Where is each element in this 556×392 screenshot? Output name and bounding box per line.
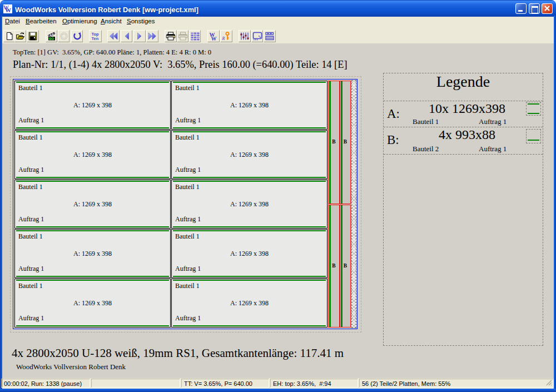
svg-text:Ten: Ten <box>91 36 98 41</box>
svg-text:R: R <box>222 36 225 41</box>
svg-text:GO: GO <box>49 37 54 41</box>
svg-text:W: W <box>5 7 11 13</box>
svg-text:W: W <box>211 36 217 41</box>
